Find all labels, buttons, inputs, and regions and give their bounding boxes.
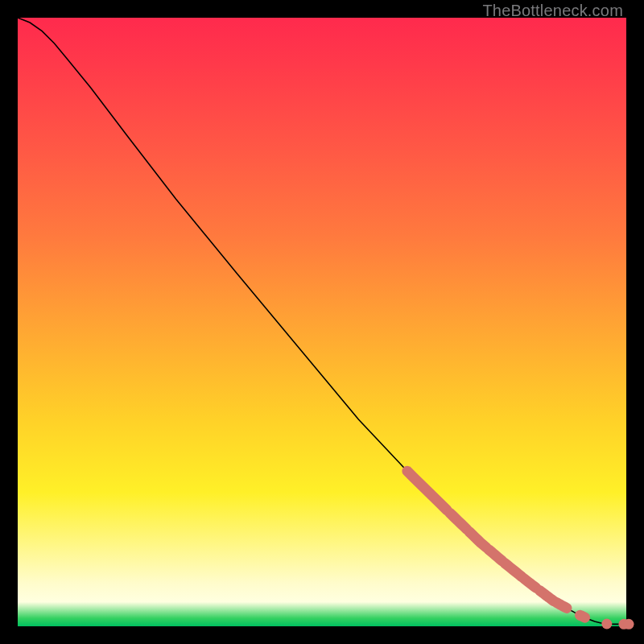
marker-segment: [450, 513, 467, 529]
marker-segment: [524, 579, 536, 588]
marker-segment: [489, 550, 502, 561]
marker-segment: [557, 603, 567, 609]
marker-segment: [407, 471, 447, 510]
curve-line: [18, 18, 626, 624]
marker-dot: [624, 619, 634, 630]
marker-group: [407, 471, 634, 630]
plot-area: [18, 18, 626, 626]
chart-frame: TheBottleneck.com: [0, 0, 644, 644]
marker-segment: [505, 563, 522, 576]
marker-segment: [469, 532, 486, 548]
marker-dot: [601, 618, 612, 629]
marker-segment: [580, 615, 585, 617]
chart-overlay: [18, 18, 626, 626]
